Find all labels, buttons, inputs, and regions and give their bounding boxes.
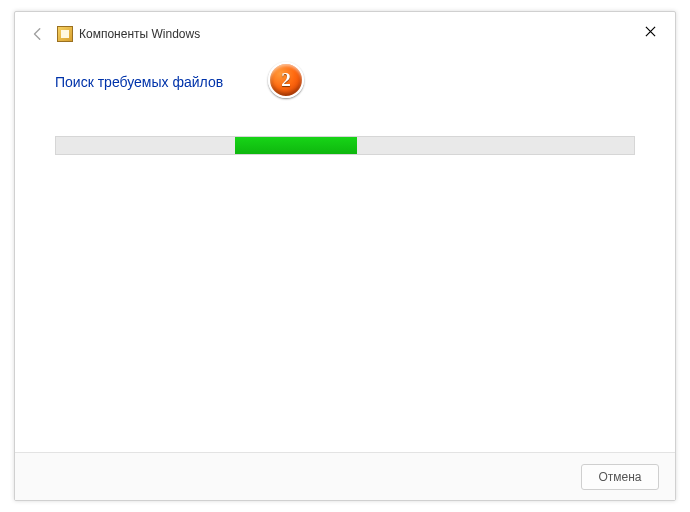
close-icon: [645, 26, 656, 37]
content-area: Поиск требуемых файлов 2: [15, 56, 675, 452]
step-number: 2: [281, 69, 291, 91]
progress-chunk: [235, 137, 356, 154]
app-icon: [57, 26, 73, 42]
cancel-button[interactable]: Отмена: [581, 464, 659, 490]
status-heading: Поиск требуемых файлов: [55, 74, 635, 90]
step-badge: 2: [268, 62, 304, 98]
dialog-window: Компоненты Windows Поиск требуемых файло…: [14, 11, 676, 501]
close-button[interactable]: [633, 18, 667, 44]
dialog-footer: Отмена: [15, 452, 675, 500]
title-bar: Компоненты Windows: [15, 12, 675, 56]
window-title: Компоненты Windows: [79, 27, 200, 41]
progress-bar: [55, 136, 635, 155]
back-arrow-icon: [27, 23, 49, 45]
